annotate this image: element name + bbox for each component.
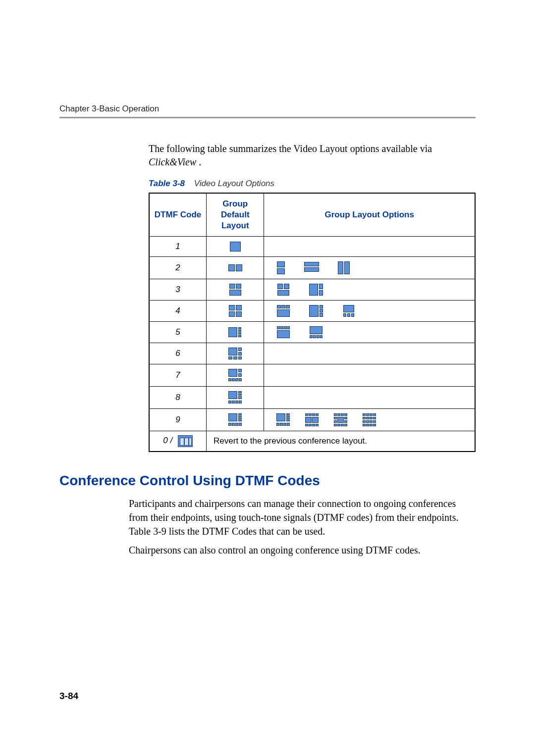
default-layout-cell [207,364,264,387]
dtmf-code: 2 [149,257,207,279]
page-number: 3-84 [59,691,78,702]
layout-1x2-icon [228,262,243,274]
layout-2stack-icon [276,261,286,275]
video-layout-table: DTMF Code Group Default Layout Group Lay… [149,193,476,452]
intro-text-b: . [196,156,201,167]
layout-1+3right-icon [309,304,323,317]
table-row: 0 / Revert to the previous conference la… [149,431,475,452]
dtmf-code: 7 [149,364,207,387]
layout-1+8-alt-icon [276,413,291,427]
default-layout-cell [207,237,264,257]
section-heading: Conference Control Using DTMF Codes [59,473,476,489]
table-row: 3 [149,279,475,301]
layout-options-cell [264,279,475,301]
running-head: Chapter 3-Basic Operation [59,104,476,114]
layout-1+5-icon [228,347,243,360]
th-default-l3: Layout [221,221,249,230]
default-layout-cell [207,301,264,322]
intro-emphasis: Click&View [149,156,196,167]
table-caption: Table 3-8 Video Layout Options [149,179,476,189]
layout-4top-1big-icon [276,326,291,339]
th-default-l1: Group [222,199,248,208]
th-dtmf-code: DTMF Code [149,193,207,237]
layout-3top-1big-icon [276,304,291,317]
table-row: 1 [149,237,475,257]
table-row: 6 [149,343,475,364]
th-layout-options: Group Layout Options [264,193,475,237]
layout-options-cell [264,301,475,322]
table-row: 8 [149,387,475,409]
layout-1x1-icon [228,241,243,252]
intro-text-a: The following table summarizes the Video… [149,143,432,154]
dtmf-code-0: 0 / [163,436,172,446]
layout-1+7-icon [228,391,243,404]
th-default-l2: Default [221,210,250,219]
layout-options-cell [264,364,475,387]
default-layout-cell [207,257,264,279]
layout-2+8-icon [305,413,320,427]
dtmf-code: 4 [149,301,207,322]
dtmf-code: 6 [149,343,207,364]
section-paragraph-1: Participants and chairpersons can manage… [129,497,476,538]
table-label: Table 3-8 [149,179,185,188]
header-rule [59,117,476,118]
intro-paragraph: The following table summarizes the Video… [149,142,476,169]
layout-1+4bottom-icon [309,326,323,339]
dtmf-code: 3 [149,279,207,301]
layout-options-cell [264,409,475,431]
layout-1+6-icon [228,368,243,382]
table-row: 7 [149,364,475,387]
dtmf-code: 0 / [149,431,207,452]
layout-2tall-icon [337,261,350,275]
table-header-row: DTMF Code Group Default Layout Group Lay… [149,193,475,237]
layout-options-cell [264,343,475,364]
page: Chapter 3-Basic Operation The following … [0,0,535,756]
layout-1+8-icon [228,413,243,427]
revert-description: Revert to the previous conference layout… [207,431,475,452]
revert-layout-icon [178,435,193,447]
default-layout-cell [207,343,264,364]
layout-1+4right-icon [228,326,243,339]
dtmf-code: 8 [149,387,207,409]
section-paragraph-2: Chairpersons can also control an ongoing… [129,543,476,557]
dtmf-code: 1 [149,237,207,257]
layout-1over2-icon [228,283,243,296]
table-row: 4 [149,301,475,322]
layout-2wide-icon [304,261,320,273]
layout-4x4-icon [362,413,377,427]
th-default-layout: Group Default Layout [207,193,264,237]
layout-1+2right-icon [309,283,323,296]
default-layout-cell [207,387,264,409]
table-row: 5 [149,322,475,343]
table-row: 9 [149,409,475,431]
default-layout-cell [207,322,264,343]
layout-2over1-icon [276,283,291,296]
layout-2x2-icon [228,304,242,317]
layout-options-cell [264,257,475,279]
section-body: Participants and chairpersons can manage… [129,497,476,557]
layout-1+12-icon [333,413,348,427]
dtmf-code: 9 [149,409,207,431]
table-row: 2 [149,257,475,279]
layout-options-cell [264,322,475,343]
layout-1+3bottom-icon [341,304,356,317]
table-title: Video Layout Options [194,179,274,188]
dtmf-code: 5 [149,322,207,343]
default-layout-cell [207,279,264,301]
layout-options-cell [264,237,475,257]
layout-options-cell [264,387,475,409]
default-layout-cell [207,409,264,431]
